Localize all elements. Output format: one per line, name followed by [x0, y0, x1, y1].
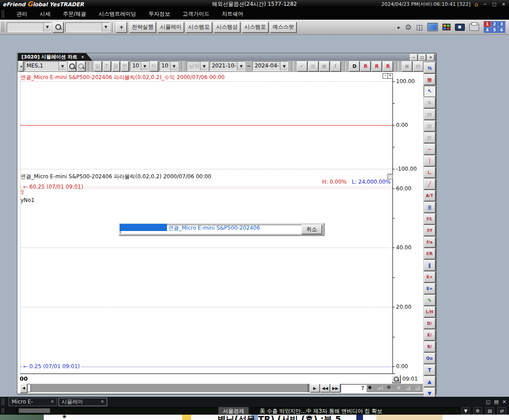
hand-tool-icon[interactable]: ▤: [424, 109, 435, 120]
export-icon[interactable]: ▤: [413, 61, 423, 71]
window-titlebar[interactable]: [3020] 시뮬레이션 차트 ✕ ─ □ ✕: [17, 53, 436, 61]
menu-item-6[interactable]: 차트쉐어: [222, 10, 243, 18]
r-pattern-tool-icon[interactable]: R/: [424, 341, 435, 352]
menu-item-1[interactable]: 시세: [40, 10, 50, 18]
date-mode-combo[interactable]: 날짜▼: [187, 61, 208, 71]
workspace-tab-1[interactable]: 시뮬레이✕: [58, 398, 107, 406]
scrollbar-left-arrow[interactable]: ◀: [20, 383, 27, 393]
maximize-button[interactable]: □: [492, 2, 497, 7]
chevron-down-icon[interactable]: ▼: [280, 62, 288, 71]
toolbar-button-4[interactable]: 시스템포: [242, 22, 268, 33]
copy-r-icon[interactable]: R: [383, 61, 393, 71]
ratio-tool-icon[interactable]: ％: [424, 97, 435, 108]
hand-edit-tool-icon[interactable]: ▧: [424, 121, 435, 131]
fibo-f-tool-icon[interactable]: f/f: [424, 225, 435, 236]
chart-r-icon[interactable]: R: [371, 61, 382, 71]
account-clipboard-icon[interactable]: ◫: [416, 23, 423, 31]
fast-forward-icon[interactable]: ▶▶: [330, 384, 340, 392]
text-tool-icon[interactable]: T: [424, 365, 435, 375]
expand-arrow-icon[interactable]: ▸: [398, 24, 401, 30]
new-chart-d-icon[interactable]: D: [349, 61, 359, 71]
gear-icon[interactable]: ⚙: [405, 23, 412, 32]
step-end-icon[interactable]: ▶|: [376, 384, 385, 392]
window-list-icon[interactable]: ▤: [494, 399, 498, 405]
scroll-left-button[interactable]: ◂: [19, 61, 23, 71]
refresh-icon[interactable]: ⇆: [424, 63, 435, 73]
play-icon[interactable]: ▶: [310, 384, 320, 392]
vertical-line-tool-icon[interactable]: │: [424, 155, 435, 166]
quick-slot-1[interactable]: 1: [484, 21, 491, 27]
updown-icon[interactable]: ↕: [330, 61, 341, 71]
zoom-out-icon[interactable]: ⊖: [395, 384, 404, 392]
period-minute-button[interactable]: 분: [121, 61, 129, 71]
symbol-combo[interactable]: MES,1▼: [25, 61, 67, 71]
news-dropdown-icon[interactable]: ▼: [461, 407, 470, 415]
chevron-down-icon[interactable]: ▼: [43, 23, 51, 32]
menu-item-3[interactable]: 시스템트레이딩: [99, 10, 136, 18]
window-close-button[interactable]: ✕: [427, 54, 434, 61]
chevron-down-icon[interactable]: ▼: [237, 62, 245, 71]
chevron-down-icon[interactable]: ▼: [170, 62, 178, 71]
quote-list-tool-icon[interactable]: Q≡: [424, 353, 435, 364]
monitor-icon[interactable]: [427, 23, 438, 31]
range-a-icon[interactable]: ▣: [405, 384, 413, 392]
save-icon[interactable]: ▣: [402, 61, 412, 71]
symbol-search2-button[interactable]: [77, 61, 85, 71]
add-screen-button[interactable]: +: [116, 22, 127, 33]
date-from-combo[interactable]: 2021-10-13▼: [209, 61, 245, 71]
pencil-tool-icon[interactable]: ✎: [424, 295, 435, 306]
news-refresh-icon[interactable]: ⇄: [497, 407, 506, 415]
fibo-l-tool-icon[interactable]: f/L: [424, 214, 435, 224]
chevron-down-icon[interactable]: ▼: [141, 62, 148, 71]
arrow-up-tool-icon[interactable]: ▲: [424, 376, 435, 387]
chart-scrollbar[interactable]: ◀ ▶◀◀▶▶7◆▶|⊕⊖▣▣: [20, 384, 423, 392]
home-icon[interactable]: ⌂: [475, 1, 478, 8]
news-headline[interactable]: 美 수출 막았지만…中 제3자 통해 엔비디아 칩 확보: [260, 407, 382, 415]
cascade-icon[interactable]: ◱: [486, 399, 490, 405]
volume-plus-icon[interactable]: ▦: [319, 61, 330, 71]
chart-tool-icon[interactable]: ▥: [424, 132, 435, 143]
minute-value-combo[interactable]: 10▼: [130, 61, 149, 71]
printer-icon[interactable]: [469, 24, 479, 31]
volume-icon[interactable]: ▥: [308, 61, 318, 71]
cancel-button[interactable]: 취소: [301, 225, 322, 234]
elliott-red-tool-icon[interactable]: E≈: [424, 272, 435, 282]
jump-icon[interactable]: ◆: [367, 384, 376, 392]
period-month-button[interactable]: 월: [112, 61, 120, 71]
low-high-tool-icon[interactable]: L/H: [424, 307, 435, 317]
period-week-button[interactable]: 주: [103, 61, 111, 71]
compare-icon[interactable]: ✔: [297, 61, 307, 71]
d-pattern-tool-icon[interactable]: D/: [424, 318, 435, 329]
tab-close-icon[interactable]: ✕: [100, 399, 104, 404]
window-tab[interactable]: [3020] 시뮬레이션 차트 ✕: [18, 53, 92, 61]
workspace-tab-0[interactable]: Micro E-✕: [8, 398, 57, 406]
horizontal-line-tool-icon[interactable]: ─: [424, 144, 435, 155]
screen-r-icon[interactable]: R: [360, 61, 371, 71]
range-b-icon[interactable]: ▣: [414, 384, 423, 392]
fibo-r-tool-icon[interactable]: f/R: [424, 248, 435, 259]
quick-slot-3[interactable]: 3: [498, 21, 505, 27]
tab-close-icon[interactable]: ✕: [50, 399, 54, 404]
screenshot-icon[interactable]: [455, 24, 465, 31]
toolbar-button-5[interactable]: 예스스팟: [270, 22, 296, 33]
screen-number-combo[interactable]: ▼: [7, 22, 51, 32]
date-to-combo[interactable]: 2024-04-13▼: [252, 61, 288, 71]
rewind-icon[interactable]: ◀◀: [320, 384, 330, 392]
elliott-blue-tool-icon[interactable]: E≈: [424, 283, 435, 294]
scrollbar-thumb[interactable]: [27, 384, 31, 392]
panel1-close-button[interactable]: ✕: [388, 73, 393, 79]
tab-close-icon[interactable]: ✕: [81, 55, 84, 59]
toolbar-button-0[interactable]: 전략실행: [129, 22, 156, 33]
quick-slot-6[interactable]: 6: [498, 27, 505, 33]
quick-slot-5[interactable]: 5: [491, 27, 498, 33]
parallel-lines-tool-icon[interactable]: ∥: [424, 260, 435, 271]
window-maximize-button[interactable]: □: [418, 54, 426, 61]
menu-item-2[interactable]: 주문/체결: [63, 10, 86, 18]
chevron-down-icon[interactable]: ▼: [200, 62, 208, 71]
toolbar-button-1[interactable]: 시뮬레이: [158, 22, 184, 33]
page-number-input[interactable]: 7: [341, 384, 367, 392]
menu-item-0[interactable]: 관리: [17, 10, 27, 18]
trend-line-tool-icon[interactable]: ╱: [424, 179, 435, 189]
chevron-down-icon[interactable]: ▼: [102, 23, 109, 32]
menu-item-5[interactable]: 고객가이드: [183, 10, 209, 18]
